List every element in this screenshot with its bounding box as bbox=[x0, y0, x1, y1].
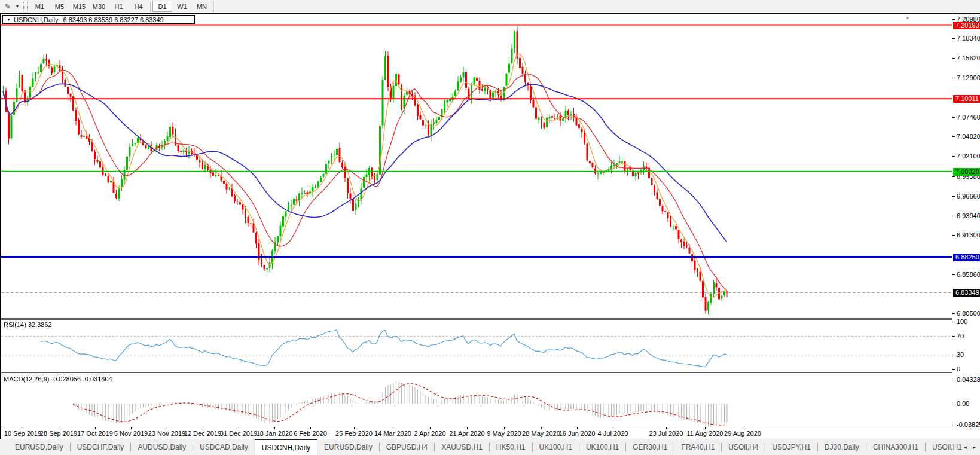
toolbar-drag-handle[interactable] bbox=[23, 2, 28, 11]
rsi-indicator-canvas[interactable] bbox=[1, 320, 952, 372]
tab-scroll-arrows: ◂▸ bbox=[961, 439, 979, 455]
date-axis-label: 29 Aug 2020 bbox=[724, 430, 761, 437]
date-axis-tick bbox=[354, 427, 355, 429]
chart-tab-gbpusd-h4[interactable]: GBPUSD,H4 bbox=[380, 439, 434, 455]
chart-tab-uk100-h1[interactable]: UK100,H1 bbox=[533, 439, 579, 455]
chart-tab-eurusd-daily[interactable]: EURUSD,Daily bbox=[8, 439, 70, 455]
rsi-axis-tick: 70 bbox=[952, 332, 980, 340]
date-axis-tick bbox=[541, 427, 542, 429]
date-axis-label: 9 May 2020 bbox=[487, 430, 521, 437]
chart-tab-uk100-h1[interactable]: UK100,H1 bbox=[579, 439, 625, 455]
chart-window: ▼ USDCNH,Daily 6.83493 6.83539 6.83227 6… bbox=[0, 13, 980, 439]
macd-indicator-canvas[interactable] bbox=[1, 374, 952, 427]
chart-tab-usdcnh-daily[interactable]: USDCNH,Daily bbox=[255, 439, 317, 455]
date-axis-tick bbox=[577, 427, 578, 429]
date-axis-label: 18 Jan 2020 bbox=[257, 430, 293, 437]
chart-shift-marker-icon[interactable]: ▼ bbox=[905, 16, 910, 21]
chart-tab-eurusd-daily[interactable]: EURUSD,Daily bbox=[317, 439, 379, 455]
price-axis-tick: 7.04820 bbox=[952, 133, 980, 141]
date-axis-label: 21 Apr 2020 bbox=[449, 430, 484, 437]
chart-tab-audusd-daily[interactable]: AUDUSD,Daily bbox=[131, 439, 193, 455]
chart-title-box: ▼ USDCNH,Daily 6.83493 6.83539 6.83227 6… bbox=[2, 15, 195, 24]
price-level-label: 7.00029 bbox=[953, 168, 980, 176]
macd-axis-tick: 0.043285 bbox=[952, 376, 980, 384]
timeframe-button-m1[interactable]: M1 bbox=[30, 1, 50, 12]
trading-app-window: ✎ ▼ M1M5M15M30H1H4D1W1MN ▼ USDCNH,Daily … bbox=[0, 0, 980, 455]
chart-title-symbol: USDCNH,Daily bbox=[14, 16, 59, 23]
date-axis-tick bbox=[743, 427, 743, 429]
price-scale[interactable]: 7.209807.183407.156207.129007.074607.048… bbox=[952, 14, 980, 427]
timeframe-button-m15[interactable]: M15 bbox=[69, 1, 89, 12]
price-axis-tick: 6.93940 bbox=[952, 212, 980, 220]
chart-tab-fra40-h1[interactable]: FRA40,H1 bbox=[674, 439, 721, 455]
price-level-label: 6.88250 bbox=[953, 254, 980, 261]
chart-tab-china300-h1[interactable]: CHINA300,H1 bbox=[866, 439, 925, 455]
date-axis-tick bbox=[467, 427, 468, 429]
price-level-label: 7.20193 bbox=[953, 22, 980, 29]
price-level-label: 7.10011 bbox=[953, 95, 980, 103]
date-axis-label: 23 Jul 2020 bbox=[649, 430, 683, 437]
date-axis-tick bbox=[430, 427, 431, 429]
date-axis-label: 28 May 2020 bbox=[522, 430, 560, 437]
date-axis-label: 6 Feb 2020 bbox=[294, 430, 327, 437]
tab-bar-spacer bbox=[0, 439, 8, 455]
chart-tab-usdchf-daily[interactable]: USDCHF,Daily bbox=[71, 439, 131, 455]
date-axis-label: 17 Oct 2019 bbox=[77, 430, 113, 437]
date-axis-label: 25 Feb 2020 bbox=[335, 430, 373, 437]
rsi-label: RSI(14) 32.3862 bbox=[4, 321, 52, 328]
toolbar-separator bbox=[213, 1, 214, 12]
price-axis-tick: 6.91300 bbox=[952, 231, 980, 239]
chart-tab-usoil-h4[interactable]: USOil,H4 bbox=[722, 439, 765, 455]
price-axis-tick: 7.15620 bbox=[952, 54, 980, 62]
chevron-down-icon[interactable]: ▼ bbox=[14, 4, 21, 9]
date-axis-tick bbox=[310, 427, 311, 429]
chart-tab-dj30-daily[interactable]: DJ30,Daily bbox=[818, 439, 866, 455]
chart-tab-ger30-h1[interactable]: GER30,H1 bbox=[626, 439, 674, 455]
date-axis-label: 12 Dec 2019 bbox=[184, 430, 221, 437]
price-axis-tick: 6.96660 bbox=[952, 193, 980, 200]
price-chart-canvas[interactable] bbox=[1, 14, 952, 318]
date-axis-tick bbox=[167, 427, 167, 429]
price-axis-tick: 7.02100 bbox=[952, 152, 980, 160]
timeframe-button-h1[interactable]: H1 bbox=[109, 1, 129, 12]
timeframe-button-mn[interactable]: MN bbox=[192, 1, 212, 12]
chart-tools-icon[interactable]: ✎ bbox=[2, 1, 14, 12]
timeframe-button-w1[interactable]: W1 bbox=[172, 1, 192, 12]
timeframe-button-m30[interactable]: M30 bbox=[89, 1, 109, 12]
tab-scroll-left-icon[interactable]: ◂ bbox=[961, 441, 970, 453]
chart-tab-hk50-h1[interactable]: HK50,H1 bbox=[490, 439, 532, 455]
price-axis-tick: 7.18340 bbox=[952, 35, 980, 42]
price-level-label: 6.83349 bbox=[953, 289, 980, 297]
price-axis-tick: 6.85860 bbox=[952, 271, 980, 279]
chart-tab-usdcad-daily[interactable]: USDCAD,Daily bbox=[193, 439, 255, 455]
date-axis-label: 23 Nov 2019 bbox=[148, 430, 185, 437]
chart-tab-xauusd-h1[interactable]: XAUUSD,H1 bbox=[435, 439, 489, 455]
date-axis-tick bbox=[274, 427, 275, 429]
date-axis-label: 4 Jul 2020 bbox=[598, 430, 628, 437]
date-axis-label: 16 Jun 2020 bbox=[559, 430, 596, 437]
date-axis-tick bbox=[239, 427, 239, 429]
date-axis-label: 11 Aug 2020 bbox=[687, 430, 723, 437]
chart-title-caret-icon[interactable]: ▼ bbox=[7, 17, 11, 22]
date-axis-label: 5 Nov 2019 bbox=[114, 430, 148, 437]
tab-scroll-right-icon[interactable]: ▸ bbox=[970, 441, 979, 453]
chart-tab-usdjpy-h1[interactable]: USDJPY,H1 bbox=[765, 439, 817, 455]
date-axis[interactable]: 10 Sep 201928 Sep 201917 Oct 20195 Nov 2… bbox=[1, 427, 980, 439]
price-pane: ▼ USDCNH,Daily 6.83493 6.83539 6.83227 6… bbox=[1, 14, 952, 318]
date-axis-tick bbox=[95, 427, 96, 429]
price-axis-tick: 7.07460 bbox=[952, 114, 980, 121]
timeframe-button-h4[interactable]: H4 bbox=[129, 1, 148, 12]
macd-label: MACD(12,26,9) -0.028056 -0.031604 bbox=[4, 375, 112, 383]
date-axis-label: 14 Mar 2020 bbox=[374, 430, 411, 437]
timeframe-button-m5[interactable]: M5 bbox=[50, 1, 69, 12]
timeframe-button-d1[interactable]: D1 bbox=[152, 1, 172, 12]
rsi-axis-tick: 0 bbox=[952, 365, 980, 373]
chart-tab-bar: EURUSD,DailyUSDCHF,DailyAUDUSD,DailyUSDC… bbox=[0, 439, 980, 455]
chart-title-quotes: 6.83493 6.83539 6.83227 6.83349 bbox=[63, 16, 164, 23]
date-axis-label: 31 Dec 2019 bbox=[220, 430, 257, 437]
date-axis-tick bbox=[23, 427, 23, 429]
macd-axis-tick: 0.00 bbox=[952, 400, 980, 408]
rsi-axis-tick: 30 bbox=[952, 351, 980, 359]
date-axis-tick bbox=[613, 427, 613, 429]
rsi-pane: RSI(14) 32.3862 bbox=[1, 320, 952, 372]
